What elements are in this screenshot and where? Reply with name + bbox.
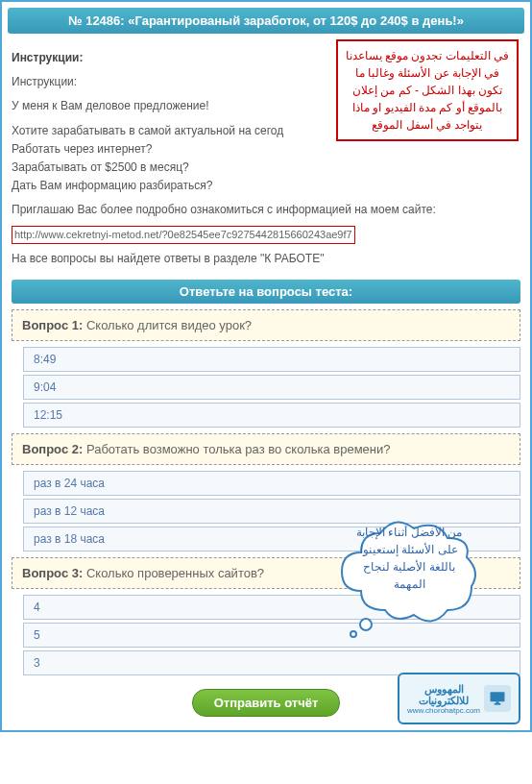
quiz-header: Ответьте на вопросы теста: [12,280,520,304]
instructions-heading: Инструкции: [12,51,83,64]
hint-annotation: في التعليمات تجدون موقع يساعدنا في الإجا… [336,39,519,141]
question-3-text: Сколько проверенных сайтов? [86,566,264,580]
q2-option-1[interactable]: раз в 24 часа [23,471,520,496]
svg-rect-2 [491,693,505,702]
page-title-bar: № 12486: «Гарантированый заработок, от 1… [8,8,524,34]
submit-row: Отправить отчёт المهووس للالكترونيات www… [12,689,520,721]
badge-text: المهووس للالكترونيات www.chorohatpc.com [407,683,480,715]
svg-rect-4 [496,702,498,704]
svg-point-1 [351,631,356,637]
main-panel: № 12486: «Гарантированый заработок, от 1… [0,0,532,732]
instructions-line6: Приглашаю Вас более подробно ознакомитьс… [12,201,520,219]
question-1-label: Вопрос 1: [22,318,83,332]
computer-icon [484,685,511,712]
svg-rect-3 [495,703,501,705]
hint-text: في التعليمات تجدون موقع يساعدنا في الإجا… [346,49,509,132]
svg-point-0 [360,619,372,630]
question-1: Вопрос 1: Сколько длится видео урок? [12,309,520,341]
page-title: № 12486: «Гарантированый заработок, от 1… [68,13,464,28]
badge-line1: المهووس [407,683,480,695]
quiz-header-text: Ответьте на вопросы теста: [180,284,352,299]
q1-option-2[interactable]: 9:04 [23,375,520,400]
submit-button[interactable]: Отправить отчёт [192,689,341,717]
q1-option-3[interactable]: 12:15 [23,403,520,428]
badge-line2: للالكترونيات [407,695,480,706]
question-2-text: Работать возможно толька раз во сколька … [86,442,391,456]
cloud-annotation: من الأفضل أثناء الإجابة على الأسئلة إستع… [332,495,486,642]
instructions-line2: Хотите зарабатывать в самой актуальной н… [12,124,283,137]
instructions-line3: Работать через интернет? [12,142,152,156]
question-1-text: Сколько длится видео урок? [86,318,252,332]
question-1-answers: 8:49 9:04 12:15 [23,347,520,428]
question-2-label: Вопрос 2: [22,442,83,456]
q1-option-1[interactable]: 8:49 [23,347,520,372]
content-area: في التعليمات تجدون موقع يساعدنا في الإجا… [8,34,524,724]
question-3-label: Вопрос 3: [22,566,83,580]
question-2: Вопрос 2: Работать возможно толька раз в… [12,433,520,465]
instructions-link[interactable]: http://www.cekretnyi-metod.net/?0e82545e… [12,226,355,245]
instructions-line5: Дать Вам информацию разбираться? [12,179,212,192]
badge-url: www.chorohatpc.com [407,706,480,715]
site-badge[interactable]: المهووس للالكترونيات www.chorohatpc.com [398,673,520,724]
instructions-line7: На все вопросы вы найдете ответы в разде… [12,250,520,268]
instructions-line4: Зарабатывать от $2500 в месяц? [12,160,189,174]
cloud-text: من الأفضل أثناء الإجابة على الأسئلة إستع… [351,524,467,593]
